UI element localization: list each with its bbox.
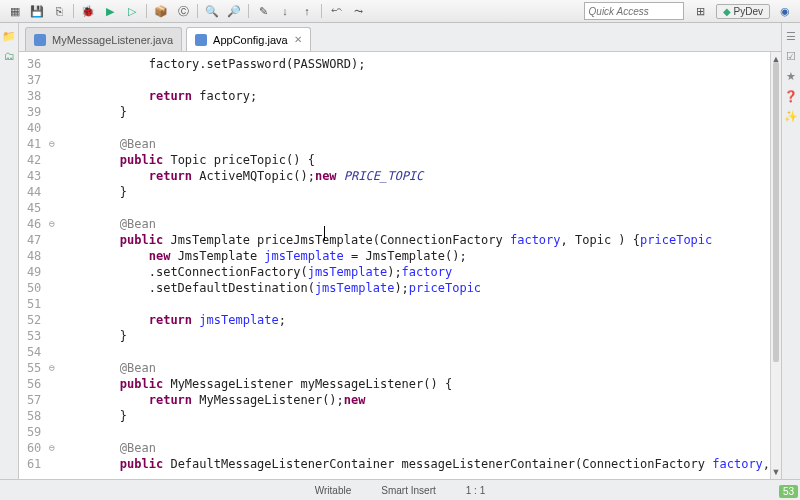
outline-icon[interactable]: ☰: [784, 29, 798, 43]
package-explorer-icon[interactable]: 📁: [2, 29, 16, 43]
new-class-icon[interactable]: Ⓒ: [174, 2, 192, 20]
back-icon[interactable]: ⬿: [327, 2, 345, 20]
editor-tabbar: MyMessageListener.java AppConfig.java ✕: [19, 23, 781, 52]
line-number-ruler: 3637383940414243444546474849505152535455…: [19, 52, 47, 479]
bookmarks-icon[interactable]: ★: [784, 69, 798, 83]
scrollbar-thumb[interactable]: [773, 62, 779, 362]
code-content[interactable]: factory.setPassword(PASSWORD); return fa…: [56, 52, 770, 479]
notification-badge[interactable]: 53: [779, 485, 798, 498]
open-perspective-icon[interactable]: ⊞: [692, 2, 710, 20]
editor-area: MyMessageListener.java AppConfig.java ✕ …: [19, 23, 781, 479]
java-file-icon: [34, 34, 46, 46]
task-list-icon[interactable]: ☑: [784, 49, 798, 63]
close-icon[interactable]: ✕: [294, 34, 302, 45]
python-icon: ◆: [723, 6, 731, 17]
java-perspective-icon[interactable]: ◉: [776, 2, 794, 20]
wand-icon[interactable]: ✨: [784, 109, 798, 123]
status-bar: Writable Smart Insert 1 : 1: [0, 479, 800, 500]
right-trim: ☰ ☑ ★ ❓ ✨: [781, 23, 800, 479]
forward-icon[interactable]: ⤳: [349, 2, 367, 20]
java-file-icon: [195, 34, 207, 46]
perspective-label: PyDev: [734, 6, 763, 17]
cheat-sheets-icon[interactable]: ❓: [784, 89, 798, 103]
code-editor[interactable]: 3637383940414243444546474849505152535455…: [19, 52, 781, 479]
prev-ann-icon[interactable]: ↑: [298, 2, 316, 20]
new-package-icon[interactable]: 📦: [152, 2, 170, 20]
run-icon[interactable]: ▶: [101, 2, 119, 20]
scroll-down-icon[interactable]: ▼: [771, 465, 781, 479]
tab-mymessagelistener[interactable]: MyMessageListener.java: [25, 27, 182, 51]
vertical-scrollbar[interactable]: ▲ ▼: [770, 52, 781, 479]
toggle-mark-icon[interactable]: ✎: [254, 2, 272, 20]
main-toolbar: ▦ 💾 ⎘ 🐞 ▶ ▷ 📦 Ⓒ 🔍 🔎 ✎ ↓ ↑ ⬿ ⤳ ⊞ ◆ PyDev: [0, 0, 800, 23]
save-icon[interactable]: 💾: [28, 2, 46, 20]
search-icon[interactable]: 🔎: [225, 2, 243, 20]
run-last-icon[interactable]: ▷: [123, 2, 141, 20]
perspective-button[interactable]: ◆ PyDev: [716, 4, 770, 19]
new-icon[interactable]: ▦: [6, 2, 24, 20]
save-all-icon[interactable]: ⎘: [50, 2, 68, 20]
tab-label: AppConfig.java: [213, 34, 288, 46]
folding-ruler[interactable]: ⊖⊖⊖⊖: [47, 52, 56, 479]
status-writable: Writable: [315, 485, 352, 496]
open-type-icon[interactable]: 🔍: [203, 2, 221, 20]
left-trim: 📁 🗂: [0, 23, 19, 479]
debug-icon[interactable]: 🐞: [79, 2, 97, 20]
quick-access-input[interactable]: [584, 2, 684, 20]
tab-label: MyMessageListener.java: [52, 34, 173, 46]
next-ann-icon[interactable]: ↓: [276, 2, 294, 20]
tab-appconfig[interactable]: AppConfig.java ✕: [186, 27, 311, 51]
status-insert-mode: Smart Insert: [381, 485, 435, 496]
navigator-icon[interactable]: 🗂: [2, 49, 16, 63]
status-cursor-position: 1 : 1: [466, 485, 485, 496]
